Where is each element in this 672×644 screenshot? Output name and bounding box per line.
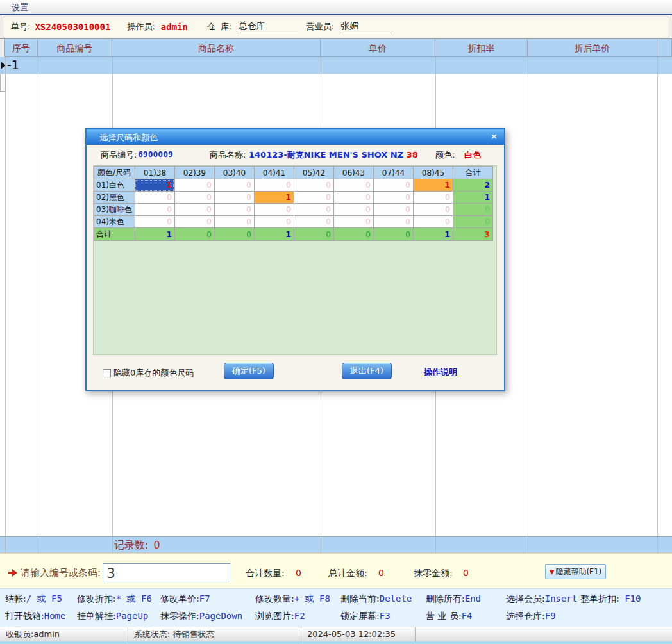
items-table-header: 序号 商品编号 商品名称 单价 折扣率 折后单价 xyxy=(0,38,672,57)
grid-qty-cell[interactable]: 0 xyxy=(214,216,254,228)
grid-qty-cell[interactable]: 0 xyxy=(413,204,453,216)
row-indicator-header-cell xyxy=(0,39,5,57)
dialog-title-text: 选择尺码和颜色 xyxy=(99,132,158,144)
grid-qty-cell[interactable]: 0 xyxy=(413,192,453,204)
shortcut-help-panel: 结帐:/ 或 F5修改折扣:* 或 F6修改单价:F7修改数量:+ 或 F8删除… xyxy=(0,588,672,627)
exit-button[interactable]: 退出(F4) xyxy=(342,363,392,379)
triangle-down-icon: ▼ xyxy=(550,568,555,575)
grid-qty-cell[interactable]: 0 xyxy=(214,204,254,216)
grid-qty-cell[interactable]: 0 xyxy=(373,192,413,204)
round-amount-value: 0 xyxy=(463,568,469,578)
product-code-label: 商品编号: xyxy=(101,149,137,161)
hide-help-button[interactable]: ▼隐藏帮助(F1) xyxy=(545,564,606,579)
warehouse-label: 仓 库: xyxy=(207,21,232,33)
grid-column-total-cell: 1 xyxy=(413,228,453,241)
grid-qty-cell[interactable]: 0 xyxy=(373,216,413,228)
grid-size-column-header: 06)43 xyxy=(333,167,373,179)
grid-qty-cell[interactable]: 0 xyxy=(174,179,214,192)
menu-item-settings[interactable]: 设置 xyxy=(12,2,28,13)
column-header-product-name[interactable]: 商品名称 xyxy=(112,39,321,57)
shortcut-action-label: 抹零操作: xyxy=(160,611,199,621)
order-header-panel: 单号: XS240503010001 操作员: admin 仓 库: 总仓库 营… xyxy=(3,17,669,37)
grid-row-total-cell: 0 xyxy=(453,216,492,228)
size-color-grid-panel: 颜色/尺码01)3802)3903)4004)4105)4206)4307)44… xyxy=(93,165,497,355)
hide-zero-checkbox[interactable] xyxy=(103,369,111,377)
shortcut-item: 删除所有:End xyxy=(426,593,481,605)
column-header-unit-price[interactable]: 单价 xyxy=(321,39,435,57)
grid-qty-cell[interactable]: 0 xyxy=(135,204,174,216)
grid-qty-cell[interactable]: 1 xyxy=(135,179,174,192)
grid-qty-cell[interactable]: 0 xyxy=(254,204,294,216)
status-system-state: 系统状态: 待销售状态 xyxy=(128,627,301,641)
shortcut-key-label: F10 xyxy=(619,593,641,604)
grid-total-row-label: 合计 xyxy=(94,228,135,241)
table-row[interactable]: -1 xyxy=(0,57,672,74)
grid-qty-cell[interactable]: 1 xyxy=(254,192,294,204)
shortcut-key-label: Insert xyxy=(545,593,578,604)
grid-qty-cell[interactable]: 0 xyxy=(333,179,373,192)
dialog-titlebar[interactable]: 选择尺码和颜色 × xyxy=(87,129,504,145)
column-header-index[interactable]: 序号 xyxy=(5,39,38,57)
salesperson-label: 营业员: xyxy=(307,21,334,33)
shortcut-key-label: / 或 F5 xyxy=(26,593,62,604)
grid-qty-cell[interactable]: 0 xyxy=(214,192,254,204)
grid-column-total-cell: 0 xyxy=(333,228,373,241)
grid-qty-cell[interactable]: 0 xyxy=(135,216,174,228)
grid-column-total-cell: 1 xyxy=(135,228,174,241)
grid-qty-cell[interactable]: 0 xyxy=(174,192,214,204)
status-datetime: 2024-05-03 12:02:35 xyxy=(301,627,416,641)
operation-help-link[interactable]: 操作说明 xyxy=(424,367,457,378)
grid-qty-cell[interactable]: 1 xyxy=(413,179,453,192)
shortcut-key-label: * 或 F6 xyxy=(116,593,152,604)
grid-column-total-cell: 0 xyxy=(214,228,254,241)
grid-qty-cell[interactable]: 0 xyxy=(254,216,294,228)
grid-size-column-header: 03)40 xyxy=(214,167,254,179)
column-header-product-code[interactable]: 商品编号 xyxy=(38,39,112,57)
warehouse-field[interactable]: 总仓库 xyxy=(237,21,298,33)
shortcut-action-label: 浏览图片: xyxy=(255,611,294,621)
shortcut-item: 挂单解挂:PageUp xyxy=(77,611,148,622)
shortcut-item: 选择仓库:F9 xyxy=(506,611,556,622)
grid-qty-cell[interactable]: 0 xyxy=(214,179,254,192)
grid-qty-cell[interactable]: 0 xyxy=(135,192,174,204)
salesperson-field[interactable]: 张媚 xyxy=(339,21,392,33)
grid-qty-cell[interactable]: 0 xyxy=(373,204,413,216)
status-cashier: 收银员:admin xyxy=(0,627,128,641)
column-header-discounted-price[interactable]: 折后单价 xyxy=(528,39,657,57)
shortcut-action-label: 营 业 员: xyxy=(426,611,462,621)
grid-qty-cell[interactable]: 0 xyxy=(294,216,333,228)
size-color-dialog: 选择尺码和颜色 × 商品编号: 6900009 商品名称: 140123-耐克N… xyxy=(85,128,505,391)
grid-qty-cell[interactable]: 0 xyxy=(294,179,333,192)
shortcut-key-label: End xyxy=(465,593,481,604)
grid-qty-cell[interactable]: 0 xyxy=(333,204,373,216)
shortcut-key-label: F7 xyxy=(199,593,210,604)
ok-button[interactable]: 确定(F5) xyxy=(224,363,274,379)
grid-qty-cell[interactable]: 0 xyxy=(174,216,214,228)
shortcut-item: 修改单价:F7 xyxy=(160,593,210,605)
column-header-discount-rate[interactable]: 折扣率 xyxy=(435,39,528,57)
grid-total-column-header: 合计 xyxy=(453,167,492,179)
status-bar: 收银员:admin 系统状态: 待销售状态 2024-05-03 12:02:3… xyxy=(0,627,672,644)
shortcut-action-label: 打开钱箱: xyxy=(5,611,44,621)
close-icon[interactable]: × xyxy=(491,131,498,141)
shortcut-action-label: 删除当前: xyxy=(340,593,380,604)
shortcut-action-label: 结帐: xyxy=(5,593,26,604)
total-amount-value: 0 xyxy=(378,568,384,578)
grid-qty-cell[interactable]: 0 xyxy=(333,192,373,204)
grid-size-column-header: 05)42 xyxy=(294,167,333,179)
grid-size-column-header: 08)45 xyxy=(413,167,453,179)
grid-qty-cell[interactable]: 0 xyxy=(333,216,373,228)
total-qty-value: 0 xyxy=(296,568,301,578)
grid-qty-cell[interactable]: 0 xyxy=(174,204,214,216)
grid-qty-cell[interactable]: 0 xyxy=(254,179,294,192)
grid-qty-cell[interactable]: 0 xyxy=(294,192,333,204)
grid-qty-cell[interactable]: 0 xyxy=(373,179,413,192)
barcode-input[interactable] xyxy=(103,563,230,582)
barcode-prompt-label: 请输入编号或条码: xyxy=(21,567,101,579)
grid-qty-cell[interactable]: 0 xyxy=(294,204,333,216)
shortcut-item: 修改数量:+ 或 F8 xyxy=(255,593,330,605)
operator-value: admin xyxy=(161,22,188,32)
grid-qty-cell[interactable]: 0 xyxy=(413,216,453,228)
shortcut-item: 删除当前:Delete xyxy=(340,593,412,605)
shortcut-item: 浏览图片:F2 xyxy=(255,611,305,622)
